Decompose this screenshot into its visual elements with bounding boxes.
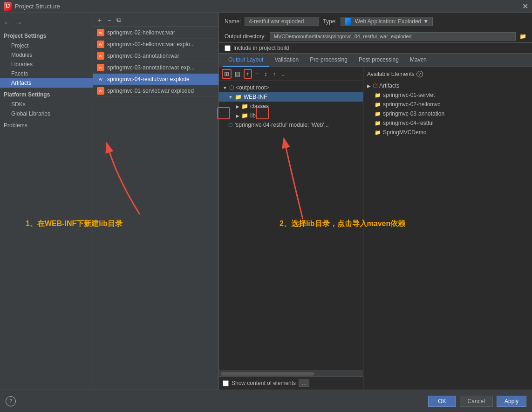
title-bar-left: IJ Project Structure [4, 2, 60, 11]
show-content-options-button[interactable]: ... [299, 379, 309, 387]
sidebar-facets-label: Facets [11, 70, 28, 77]
tree-item-label: WEB-INF [244, 94, 267, 100]
list-item[interactable]: W springmvc-02-hellomvc:war [93, 27, 218, 39]
close-button[interactable]: ✕ [522, 2, 528, 11]
tree-scrollbar[interactable] [219, 371, 363, 376]
folder-icon: 📁 [235, 94, 242, 100]
chevron-icon: ▶ [236, 104, 239, 109]
name-value-field[interactable]: 4-restful:war exploded [245, 17, 319, 26]
include-checkbox[interactable] [225, 45, 231, 51]
artifact-icon: W [97, 76, 104, 83]
tab-post-processing[interactable]: Post-processing [353, 54, 404, 67]
sort-button[interactable]: ↕ [262, 69, 270, 79]
tree-item[interactable]: ▶ 📁 classes [219, 102, 363, 111]
nav-back-arrow[interactable]: ← [4, 19, 11, 27]
sidebar-item-facets[interactable]: Facets [0, 69, 93, 78]
tab-maven[interactable]: Maven [404, 54, 432, 67]
tree-item-label: classes [250, 103, 269, 110]
chevron-icon: ▼ [223, 85, 227, 90]
main-content-area: Name: 4-restful:war exploded Type: Web A… [219, 13, 532, 390]
tree-item[interactable]: ⬡ 'springmvc-04-restful' module: 'Web'..… [219, 120, 363, 130]
folder-icon: 📁 [375, 92, 381, 98]
folder-icon: 📁 [241, 112, 248, 119]
show-content-checkbox[interactable] [223, 380, 229, 386]
create-archive-button[interactable]: ▤ [232, 69, 243, 79]
sidebar-global-libraries-label: Global Libraries [11, 110, 50, 117]
chevron-icon: ▶ [236, 113, 239, 118]
tree-item[interactable]: ▼ 📁 WEB-INF [219, 92, 363, 102]
tab-pre-processing[interactable]: Pre-processing [304, 54, 353, 67]
type-dropdown[interactable]: Web Application: Exploded ▼ [341, 17, 433, 26]
sidebar-item-sdks[interactable]: SDKs [0, 100, 93, 109]
tree-item[interactable]: ▼ ⬡ <output root> [219, 83, 363, 92]
move-down-button[interactable]: ↓ [279, 69, 287, 79]
artifact-icon: W [97, 29, 104, 36]
tab-output-layout[interactable]: Output Layout [223, 54, 269, 67]
bottom-bar: ? OK Cancel Apply [0, 390, 532, 412]
artifact-list: W springmvc-02-hellomvc:war W springmvc-… [93, 27, 218, 390]
artifact-toolbar: + − ⧉ [93, 13, 218, 27]
chevron-icon: ▼ [228, 95, 233, 100]
tab-validation[interactable]: Validation [269, 54, 304, 67]
folder-icon: 📁 [241, 103, 248, 110]
available-item[interactable]: 📁 springmvc-02-hellomvc [367, 100, 528, 109]
copy-artifact-button[interactable]: ⧉ [115, 15, 123, 25]
move-up-button[interactable]: ↑ [271, 69, 279, 79]
main-container: ← → Project Settings Project Modules Lib… [0, 13, 532, 390]
sidebar: ← → Project Settings Project Modules Lib… [0, 13, 93, 390]
app-logo: IJ [4, 2, 12, 11]
sidebar-libraries-label: Libraries [11, 61, 33, 68]
folder-icon: 📁 [375, 111, 381, 117]
output-dir-value[interactable]: MVCDemo\out\artifacts\springmvc_04_restf… [270, 32, 516, 41]
list-item[interactable]: W springmvc-01-servlet:war exploded [93, 85, 218, 97]
remove-element-button[interactable]: − [253, 69, 261, 79]
nav-forward-arrow[interactable]: → [15, 19, 22, 27]
sidebar-item-artifacts[interactable]: Artifacts [0, 78, 93, 88]
sidebar-item-problems[interactable]: Problems [0, 118, 93, 130]
cancel-button[interactable]: Cancel [460, 396, 493, 407]
output-dir-browse-icon[interactable]: 📁 [519, 33, 526, 40]
ok-button[interactable]: OK [428, 396, 456, 407]
add-element-button[interactable]: + [244, 69, 252, 79]
available-item[interactable]: 📁 SpringMVCDemo [367, 128, 528, 137]
chevron-down-icon: ▼ [423, 18, 429, 25]
available-item-label: springmvc-04-restful [383, 120, 434, 126]
sidebar-problems-label: Problems [4, 122, 27, 129]
sidebar-item-libraries[interactable]: Libraries [0, 60, 93, 69]
available-item[interactable]: ▶ ⬡ Artifacts [367, 81, 528, 90]
available-item[interactable]: 📁 springmvc-01-servlet [367, 90, 528, 100]
remove-artifact-button[interactable]: − [105, 15, 113, 25]
help-button[interactable]: ? [6, 396, 16, 406]
add-artifact-button[interactable]: + [96, 15, 103, 25]
sidebar-item-project[interactable]: Project [0, 41, 93, 50]
artifact-name: springmvc-02-hellomvc:war explo... [107, 41, 195, 48]
list-item[interactable]: W springmvc-02-hellomvc:war explo... [93, 39, 218, 50]
list-item[interactable]: W springmvc-04-restful:war explode [93, 74, 218, 85]
available-item-label: SpringMVCDemo [383, 129, 426, 136]
sidebar-item-global-libraries[interactable]: Global Libraries [0, 109, 93, 118]
tree-item[interactable]: ▶ 📁 lib [219, 111, 363, 120]
module-icon: ⬡ [228, 122, 233, 128]
list-item[interactable]: W springmvc-03-annotation:war exp... [93, 62, 218, 74]
available-item-label: springmvc-01-servlet [383, 92, 435, 98]
nav-arrows: ← → [0, 17, 93, 31]
artifact-name: springmvc-03-annotation:war [107, 53, 179, 59]
available-item[interactable]: 📁 springmvc-04-restful [367, 118, 528, 128]
show-content-row: Show content of elements ... [219, 376, 363, 390]
artifact-icon: W [97, 41, 104, 48]
bottom-left: ? [6, 396, 16, 406]
content-split: + − ⧉ W springmvc-02-hellomvc:war W spri… [93, 13, 532, 390]
list-item[interactable]: W springmvc-03-annotation:war [93, 50, 218, 62]
apply-button[interactable]: Apply [497, 396, 526, 407]
sidebar-artifacts-label: Artifacts [11, 80, 31, 86]
name-label: Name: [225, 18, 241, 25]
sidebar-item-modules[interactable]: Modules [0, 50, 93, 60]
scrollbar-thumb [221, 372, 314, 376]
create-directory-button[interactable]: ⊞ [222, 69, 232, 79]
available-item[interactable]: 📁 springmvc-03-annotation [367, 109, 528, 118]
type-label: Type: [323, 18, 336, 25]
window-title: Project Structure [15, 3, 60, 10]
artifact-name: springmvc-03-annotation:war exp... [107, 64, 194, 71]
type-icon [345, 18, 351, 25]
folder-icon: 📁 [375, 102, 381, 108]
